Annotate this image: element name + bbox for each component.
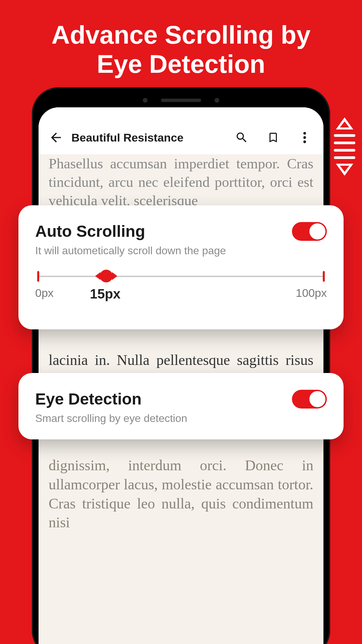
auto-scrolling-title: Auto Scrolling bbox=[35, 222, 226, 240]
document-title: Beautiful Resistance bbox=[71, 131, 219, 144]
phone-notch bbox=[121, 97, 241, 104]
hero-line-2: Eye Detection bbox=[97, 50, 265, 78]
more-vert-icon bbox=[300, 131, 309, 144]
scroll-speed-slider[interactable]: 0px 15px 100px bbox=[35, 276, 327, 300]
search-icon bbox=[235, 131, 248, 144]
svg-point-0 bbox=[303, 132, 306, 135]
phone-mockup: Beautiful Resistance Phasellus accumsan … bbox=[32, 87, 330, 644]
bookmark-icon bbox=[267, 131, 280, 144]
more-button[interactable] bbox=[296, 129, 313, 146]
hero-line-1: Advance Scrolling by bbox=[52, 20, 311, 49]
slider-value-label: 15px bbox=[90, 286, 120, 302]
toggle-knob-icon bbox=[309, 391, 325, 407]
app-bar: Beautiful Resistance bbox=[39, 107, 323, 154]
scroll-line-icon bbox=[334, 156, 355, 159]
slider-tick-max bbox=[323, 271, 325, 282]
hero-title: Advance Scrolling by Eye Detection bbox=[0, 0, 362, 92]
scroll-up-icon bbox=[336, 117, 353, 129]
slider-max-label: 100px bbox=[296, 286, 327, 300]
scroll-line-icon bbox=[334, 142, 355, 144]
svg-point-2 bbox=[303, 141, 306, 143]
search-button[interactable] bbox=[233, 129, 250, 146]
reader-body-text[interactable]: Phasellus accumsan imperdiet tempor. Cra… bbox=[39, 154, 323, 210]
bookmark-button[interactable] bbox=[264, 129, 282, 146]
slider-thumb[interactable] bbox=[95, 270, 117, 282]
auto-scrolling-card: Auto Scrolling It will autometically scr… bbox=[18, 205, 344, 329]
scroll-line-icon bbox=[334, 149, 355, 152]
svg-point-1 bbox=[303, 136, 306, 139]
scroll-down-icon bbox=[336, 164, 353, 176]
eye-detection-subtitle: Smart scrolling by eye detection bbox=[35, 412, 187, 425]
slider-tick-min bbox=[37, 271, 39, 282]
slider-min-label: 0px bbox=[35, 286, 54, 300]
thumb-circle-icon bbox=[100, 270, 113, 282]
thumb-right-arrow-icon bbox=[112, 272, 117, 280]
reader-text-line: Phasellus accumsan imperdiet tempor. Cra… bbox=[49, 156, 313, 208]
arrow-left-icon bbox=[49, 130, 63, 145]
scroll-direction-widget bbox=[334, 117, 355, 176]
reader-body-text-3[interactable]: dignissim, interdum orci. Donec in ullam… bbox=[49, 456, 313, 532]
scroll-line-icon bbox=[334, 134, 355, 137]
slider-track bbox=[37, 276, 325, 277]
auto-scrolling-toggle[interactable] bbox=[292, 222, 327, 241]
toggle-knob-icon bbox=[309, 223, 325, 239]
eye-detection-title: Eye Detection bbox=[35, 390, 187, 408]
eye-detection-card: Eye Detection Smart scrolling by eye det… bbox=[18, 373, 344, 439]
slider-labels: 0px 15px 100px bbox=[35, 286, 327, 300]
auto-scrolling-subtitle: It will autometically scroll down the pa… bbox=[35, 245, 226, 257]
eye-detection-toggle[interactable] bbox=[292, 390, 327, 409]
speaker-icon bbox=[161, 99, 201, 102]
back-button[interactable] bbox=[49, 130, 63, 145]
sensor-dot-icon bbox=[143, 98, 147, 103]
sensor-dot-icon bbox=[215, 98, 219, 103]
